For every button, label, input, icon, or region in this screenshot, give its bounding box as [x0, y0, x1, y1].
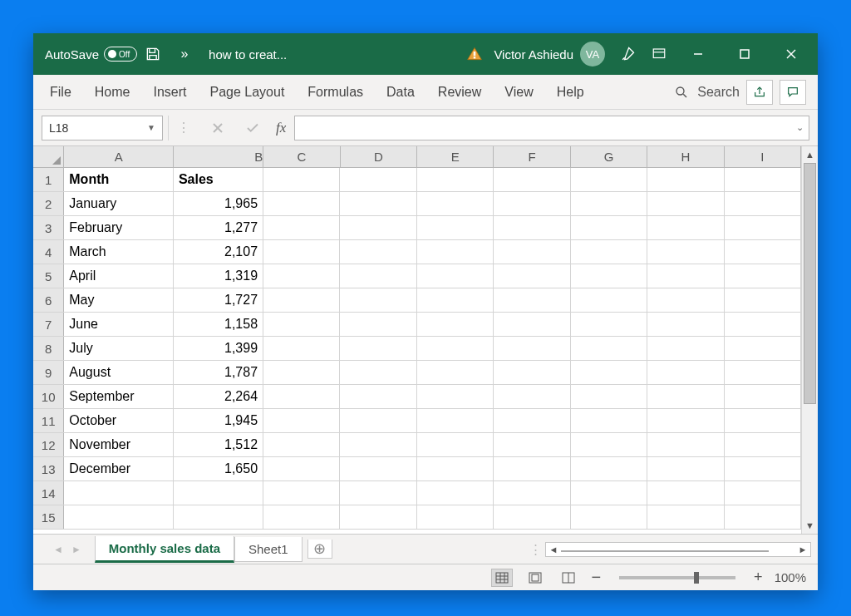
cell[interactable] — [494, 457, 570, 480]
cell[interactable] — [263, 168, 340, 191]
cell[interactable] — [647, 313, 724, 336]
cell[interactable]: 2,107 — [174, 240, 263, 264]
cell[interactable] — [494, 361, 570, 384]
cell[interactable] — [725, 313, 801, 336]
cell[interactable] — [725, 361, 801, 384]
tab-home[interactable]: Home — [83, 75, 142, 109]
cell[interactable] — [571, 216, 647, 239]
cell[interactable] — [417, 457, 494, 480]
cell[interactable] — [263, 192, 340, 215]
cell[interactable] — [725, 264, 801, 288]
col-header-d[interactable]: D — [341, 146, 417, 167]
cell[interactable] — [263, 433, 340, 456]
row-header[interactable]: 13 — [33, 457, 64, 480]
cell[interactable] — [340, 216, 416, 239]
add-sheet-button[interactable]: ⊕ — [307, 540, 332, 559]
cell[interactable] — [417, 240, 494, 264]
cell[interactable] — [571, 192, 647, 215]
cell[interactable] — [263, 481, 340, 505]
cell[interactable] — [494, 264, 570, 288]
cell[interactable] — [417, 192, 494, 215]
formula-input[interactable]: ⌄ — [294, 116, 809, 140]
cell[interactable]: 1,727 — [174, 288, 263, 312]
close-button[interactable] — [768, 33, 814, 75]
cell[interactable] — [494, 505, 570, 529]
zoom-slider[interactable] — [619, 576, 735, 579]
cell[interactable] — [263, 457, 340, 480]
tab-data[interactable]: Data — [375, 75, 426, 109]
scroll-right-icon[interactable]: ► — [795, 545, 810, 554]
zoom-knob[interactable] — [694, 572, 699, 584]
cell[interactable] — [263, 313, 340, 336]
name-box-options[interactable]: ⋮ — [168, 116, 198, 140]
cell[interactable] — [417, 337, 494, 360]
cell[interactable] — [340, 361, 416, 384]
tab-review[interactable]: Review — [426, 75, 493, 109]
col-header-h[interactable]: H — [647, 146, 724, 167]
comments-button[interactable] — [780, 80, 806, 105]
cell[interactable] — [340, 264, 416, 288]
cell[interactable] — [417, 288, 494, 312]
minimize-button[interactable] — [675, 33, 721, 75]
select-all-corner[interactable] — [33, 146, 64, 167]
col-header-a[interactable]: A — [64, 146, 174, 167]
cell[interactable] — [571, 409, 647, 432]
row-header[interactable]: 9 — [33, 361, 64, 384]
cell[interactable] — [571, 288, 647, 312]
cell[interactable] — [725, 385, 801, 408]
sheet-tab-active[interactable]: Monthly sales data — [95, 536, 234, 563]
zoom-out-button[interactable]: − — [591, 568, 601, 587]
row-header[interactable]: 7 — [33, 313, 64, 336]
cell[interactable]: 1,965 — [174, 192, 263, 215]
cell[interactable] — [494, 240, 570, 264]
tab-help[interactable]: Help — [545, 75, 596, 109]
cell[interactable] — [417, 264, 494, 288]
ribbon-display-icon[interactable] — [643, 38, 675, 70]
row-header[interactable]: 14 — [33, 481, 64, 505]
tell-me-search[interactable]: Search — [674, 85, 740, 100]
warning-icon[interactable] — [459, 38, 490, 70]
scroll-down-icon[interactable]: ▼ — [805, 517, 814, 534]
cell[interactable] — [340, 481, 416, 505]
hscroll-thumb[interactable] — [561, 550, 769, 552]
cell[interactable]: 2,264 — [174, 385, 263, 408]
tab-file[interactable]: File — [38, 75, 83, 109]
cell[interactable]: April — [64, 264, 174, 288]
cell[interactable] — [64, 481, 174, 505]
cell[interactable] — [647, 192, 724, 215]
row-header[interactable]: 15 — [33, 505, 64, 529]
cell[interactable]: July — [64, 337, 174, 360]
save-icon[interactable] — [137, 38, 169, 70]
row-header[interactable]: 12 — [33, 433, 64, 456]
cell[interactable] — [647, 240, 724, 264]
cell[interactable]: Sales — [174, 168, 263, 191]
cell[interactable] — [263, 409, 340, 432]
cell[interactable]: 1,945 — [174, 409, 263, 432]
cell[interactable] — [571, 433, 647, 456]
cell[interactable]: February — [64, 216, 174, 239]
cell[interactable]: November — [64, 433, 174, 456]
cell[interactable] — [725, 409, 801, 432]
sheet-nav[interactable]: ◄► — [40, 544, 95, 555]
cell[interactable] — [174, 505, 263, 529]
cell[interactable] — [571, 505, 647, 529]
cell[interactable] — [571, 361, 647, 384]
formula-expand-icon[interactable]: ⌄ — [796, 122, 804, 133]
cell[interactable] — [340, 505, 416, 529]
cell[interactable] — [263, 288, 340, 312]
cell[interactable]: 1,158 — [174, 313, 263, 336]
enter-formula-button[interactable] — [238, 116, 268, 140]
cell[interactable] — [647, 385, 724, 408]
scroll-left-icon[interactable]: ◄ — [546, 545, 561, 554]
col-header-f[interactable]: F — [494, 146, 570, 167]
col-header-g[interactable]: G — [571, 146, 647, 167]
cell[interactable] — [571, 264, 647, 288]
autosave-toggle[interactable]: AutoSave Off — [45, 47, 137, 62]
cell[interactable] — [263, 385, 340, 408]
cell[interactable]: 1,319 — [174, 264, 263, 288]
cell[interactable]: October — [64, 409, 174, 432]
cell[interactable] — [725, 192, 801, 215]
cell[interactable] — [174, 481, 263, 505]
cell[interactable] — [340, 385, 416, 408]
vscroll-track[interactable] — [802, 163, 818, 517]
